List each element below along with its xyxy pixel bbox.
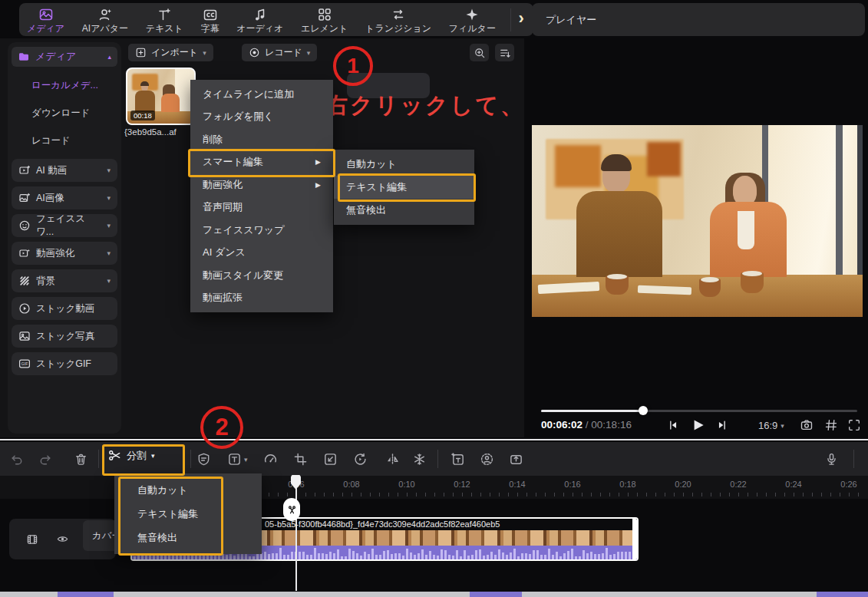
context-menu-item-video-style-change[interactable]: 動画スタイル変更 [190, 264, 333, 287]
chevron-down-icon: ▾ [107, 194, 111, 202]
submenu-item-auto-cut[interactable]: 自動カット [334, 153, 474, 176]
context-menu-item-add-to-timeline[interactable]: タイムラインに追加 [190, 83, 333, 106]
scene-woman-shirt [738, 211, 754, 249]
chevron-down-icon: ▾ [244, 456, 248, 463]
mask-shield-button[interactable] [196, 452, 211, 467]
grid-overlay-button[interactable] [824, 418, 838, 432]
sidebar-item-stock-video[interactable]: ストック動画 [12, 297, 117, 320]
total-time: 00:18:16 [591, 419, 632, 430]
current-time: 00:06:02 [541, 419, 583, 430]
player-scrubber-played [541, 410, 643, 412]
scene-man-body [576, 191, 662, 277]
freeze-frame-button[interactable] [412, 452, 427, 467]
stock-photo-icon [18, 330, 31, 342]
ai-video-icon [18, 164, 31, 176]
sidebar-item-local-media[interactable]: ローカルメデ... [12, 76, 117, 94]
ruler-label: 0:26 [840, 480, 856, 489]
sidebar-item-record[interactable]: レコード [12, 131, 117, 150]
fullscreen-button[interactable] [847, 418, 861, 432]
sidebar-item-download[interactable]: ダウンロード [12, 104, 117, 122]
sidebar-group-ai-image[interactable]: AI画像▾ [12, 186, 117, 209]
context-menu-item-smart-edit[interactable]: スマート編集▶ [190, 151, 333, 174]
text-tool-button[interactable]: ▾ [227, 452, 248, 467]
split-menu-item-text-edit[interactable]: テキスト編集 [114, 502, 262, 526]
undo-button[interactable] [9, 452, 24, 467]
sidebar-item-stock-gif[interactable]: GIF ストックGIF [12, 352, 117, 375]
audio-note-icon [252, 7, 268, 22]
scrollbar-clip-segment [817, 592, 868, 597]
player-scrubber-handle[interactable] [639, 406, 648, 415]
voiceover-mic-button[interactable] [824, 452, 839, 467]
rotate-button[interactable] [353, 452, 368, 467]
sidebar-group-video-enhance[interactable]: 動画強化▾ [12, 242, 117, 265]
sidebar-group-media[interactable]: メディア ▴ [12, 47, 117, 67]
track-film-icon[interactable] [26, 533, 38, 546]
ruler-label: 0:10 [398, 480, 414, 489]
split-menu-item-auto-cut[interactable]: 自動カット [114, 478, 262, 502]
aspect-ratio-dropdown[interactable]: 16:9▾ [758, 420, 784, 431]
flip-mirror-button[interactable] [385, 452, 400, 467]
sort-list-button[interactable] [495, 44, 514, 61]
sidebar-group-ai-video[interactable]: AI 動画▾ [12, 159, 117, 182]
tab-media[interactable]: メディア [24, 7, 68, 33]
chevron-down-icon: ▾ [307, 49, 311, 57]
media-thumbnail[interactable]: 00:18 [126, 68, 196, 125]
tab-elements[interactable]: エレメント [298, 7, 351, 33]
tab-text[interactable]: テキスト [143, 7, 186, 33]
context-menu-item-video-enhance[interactable]: 動画強化▶ [190, 173, 333, 196]
split-button[interactable]: 分割 ▾ [107, 448, 155, 463]
tab-ai-avatar[interactable]: AIアバター [79, 7, 131, 33]
transition-arrows-icon [391, 7, 406, 22]
crop-button[interactable] [293, 452, 308, 467]
context-menu-item-open-folder[interactable]: フォルダを開く [190, 106, 333, 129]
track-visibility-eye-icon[interactable] [56, 533, 69, 546]
smart-edit-submenu: 自動カット テキスト編集 無音検出 [334, 150, 474, 225]
scissors-icon [107, 448, 122, 463]
filter-sparkle-icon [464, 7, 480, 22]
play-button[interactable] [689, 417, 706, 434]
clip-right-trim-handle[interactable] [632, 519, 637, 559]
sidebar-group-background[interactable]: 背景▾ [12, 269, 117, 292]
redo-button[interactable] [38, 452, 53, 467]
speed-button[interactable] [263, 452, 278, 467]
search-zoom-button[interactable] [470, 44, 489, 61]
sidebar-item-stock-photo[interactable]: ストック写真 [12, 325, 117, 348]
tab-filters[interactable]: フィルター [446, 7, 499, 33]
context-menu-item-ai-dance[interactable]: AI ダンス [190, 242, 333, 265]
ruler-label: 0:16 [564, 480, 580, 489]
scene-cup-rim [742, 271, 762, 276]
add-text-button[interactable] [451, 452, 465, 467]
tabbar-expand-chevron-icon[interactable]: › [510, 8, 529, 31]
time-separator: / [586, 419, 589, 430]
previous-frame-button[interactable] [666, 418, 680, 432]
submenu-item-text-edit[interactable]: テキスト編集 [334, 176, 474, 199]
delete-button[interactable] [74, 452, 88, 467]
tab-subtitles[interactable]: 字幕 [198, 7, 223, 33]
video-preview[interactable] [532, 125, 863, 317]
context-menu-item-delete[interactable]: 削除 [190, 128, 333, 151]
split-menu-item-silence-detect[interactable]: 無音検出 [114, 526, 262, 549]
resize-button[interactable] [323, 452, 338, 467]
toolbar-divider [853, 450, 854, 468]
next-frame-button[interactable] [715, 418, 729, 432]
context-menu-item-video-extend[interactable]: 動画拡張 [190, 287, 333, 310]
context-menu-item-faceswap[interactable]: フェイススワップ [190, 219, 333, 242]
export-clip-button[interactable] [509, 452, 523, 467]
split-cursor-scissors-icon[interactable] [283, 498, 300, 521]
timeline-scrollbar[interactable] [0, 592, 868, 597]
context-menu: タイムラインに追加 フォルダを開く 削除 スマート編集▶ 動画強化▶ 音声同期 … [190, 80, 333, 312]
import-button[interactable]: インポート ▾ [128, 44, 213, 61]
record-button[interactable]: レコード ▾ [242, 44, 317, 61]
submenu-item-silence-detect[interactable]: 無音検出 [334, 199, 474, 222]
tab-transitions[interactable]: トランジション [362, 7, 434, 33]
avatar-portrait-button[interactable] [480, 452, 494, 467]
snapshot-button[interactable] [800, 418, 814, 432]
chevron-down-icon: ▾ [107, 222, 111, 229]
scrollbar-clip-segment [470, 592, 522, 597]
ruler-label: 0:08 [343, 480, 359, 489]
playhead-line[interactable] [295, 476, 297, 591]
search-icon [474, 47, 486, 59]
sidebar-group-faceswap[interactable]: フェイススワ...▾ [12, 214, 117, 237]
tab-audio[interactable]: オーディオ [233, 7, 286, 33]
context-menu-item-audio-sync[interactable]: 音声同期 [190, 196, 333, 219]
